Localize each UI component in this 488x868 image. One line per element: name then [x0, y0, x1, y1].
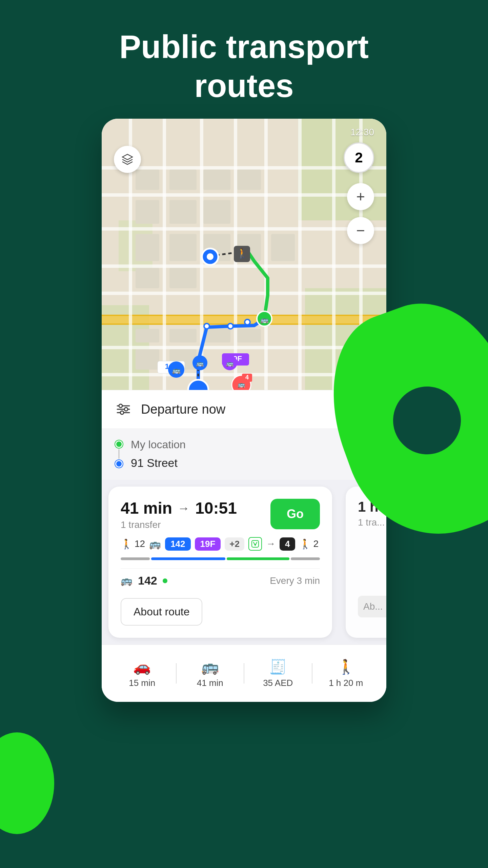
map-zoom-in-button[interactable]: + [347, 183, 374, 210]
decoration-blob-left [0, 732, 54, 834]
svg-point-72 [119, 404, 122, 408]
svg-rect-30 [136, 234, 159, 261]
location-labels: My location 91 Street [131, 438, 349, 470]
about-route-button[interactable]: About route [121, 598, 202, 626]
svg-point-45 [245, 319, 250, 325]
origin-dot [115, 440, 123, 448]
car-icon: 🚗 [133, 658, 151, 675]
nav-walk[interactable]: 🚶 1 h 20 m [312, 655, 380, 692]
walk-step-1: 🚶 12 [121, 538, 145, 550]
svg-rect-25 [203, 170, 230, 190]
svg-text:🚌: 🚌 [196, 360, 204, 367]
route-steps: 🚶 12 🚌 142 19F +2 → 4 🚶 [121, 537, 320, 551]
location-indicators [115, 440, 123, 468]
destination-label[interactable]: 91 Street [131, 456, 349, 470]
bus-badge-4: 4 [280, 537, 295, 551]
svg-rect-27 [136, 200, 159, 224]
walk-duration: 1 h 20 m [329, 678, 363, 688]
location-line [119, 449, 119, 459]
svg-rect-5 [102, 315, 386, 325]
arrow-step: → [266, 538, 276, 549]
transfer-info: 1 transfer [121, 519, 237, 530]
plus-badge: +2 [225, 537, 244, 551]
secondary-about: Ab... [358, 596, 386, 617]
svg-rect-29 [203, 200, 230, 224]
svg-point-44 [228, 323, 233, 329]
svg-point-49 [207, 253, 214, 260]
svg-point-43 [204, 323, 209, 329]
bus-badge-142: 142 [165, 537, 190, 551]
svg-point-74 [120, 411, 124, 414]
bus-icon-info: 🚌 [121, 575, 133, 586]
go-button[interactable]: Go [270, 499, 320, 529]
route-duration: 41 min → 10:51 [121, 499, 237, 517]
walk-nav-icon: 🚶 [337, 658, 355, 675]
bus-line-left: 🚌 142 [121, 574, 167, 587]
bus-badge-19f: 19F [195, 537, 221, 551]
svg-rect-21 [332, 119, 336, 390]
page-title: Public transport routes [14, 27, 474, 105]
taxi-cost: 35 AED [263, 678, 293, 688]
svg-rect-37 [136, 329, 159, 342]
svg-rect-12 [102, 292, 386, 295]
progress-bus-2 [227, 557, 289, 560]
svg-rect-26 [237, 170, 261, 190]
svg-text:4: 4 [245, 374, 249, 381]
route-progress-bar [121, 557, 320, 560]
map-route-count[interactable]: 2 [344, 142, 374, 173]
nav-taxi[interactable]: 🧾 35 AED [244, 655, 312, 692]
map-layers-button[interactable] [114, 146, 141, 173]
arrow-icon: → [178, 501, 190, 515]
walk-step-2: 🚶 2 [299, 538, 319, 550]
bus-status-dot [163, 578, 167, 583]
svg-rect-11 [102, 264, 386, 268]
arrival-time: 10:51 [195, 499, 237, 517]
route-cards-container: 41 min → 10:51 1 transfer Go 🚶 12 🚌 142 … [102, 480, 386, 645]
svg-rect-41 [136, 349, 159, 370]
bus-nav-icon: 🚌 [201, 658, 219, 675]
svg-rect-9 [102, 193, 386, 197]
svg-rect-16 [163, 119, 166, 390]
svg-text:🚌: 🚌 [172, 366, 181, 374]
filter-icon[interactable] [114, 400, 133, 419]
svg-rect-10 [102, 227, 386, 231]
walk-duration-2: 2 [313, 538, 319, 549]
map-zoom-out-button[interactable]: − [347, 217, 374, 244]
svg-rect-23 [136, 170, 159, 190]
svg-rect-40 [237, 329, 261, 342]
svg-rect-35 [136, 268, 159, 288]
bus-icon-step: 🚌 [149, 538, 161, 550]
nav-car[interactable]: 🚗 15 min [108, 655, 176, 692]
svg-text:🚌: 🚌 [226, 360, 234, 367]
svg-rect-34 [271, 234, 295, 261]
progress-walk-1 [121, 557, 150, 560]
svg-text:🚌: 🚌 [260, 316, 269, 324]
origin-label[interactable]: My location [131, 438, 349, 451]
progress-walk-2 [291, 557, 320, 560]
bus-number: 142 [138, 574, 157, 587]
bus-frequency: Every 3 min [270, 575, 320, 586]
svg-rect-20 [298, 119, 302, 390]
walk-icon-2: 🚶 [299, 538, 311, 550]
svg-rect-36 [169, 268, 197, 288]
destination-dot [115, 460, 123, 468]
route-top-row: 41 min → 10:51 1 transfer Go [121, 499, 320, 530]
svg-rect-6 [102, 315, 386, 316]
walk-icon-1: 🚶 [121, 538, 133, 550]
svg-rect-8 [102, 166, 386, 170]
nav-bus[interactable]: 🚌 41 min [177, 655, 244, 692]
bottom-navigation: 🚗 15 min 🚌 41 min 🧾 35 AED 🚶 1 h 20 m [102, 645, 386, 702]
departure-now-text[interactable]: Departure now [141, 402, 225, 417]
bus-duration: 41 min [197, 678, 223, 688]
progress-bus-1 [151, 557, 225, 560]
map-time: 12:30 [350, 127, 374, 138]
svg-text:🚌: 🚌 [238, 381, 245, 388]
svg-rect-31 [169, 234, 197, 261]
route-card-primary: 41 min → 10:51 1 transfer Go 🚶 12 🚌 142 … [108, 487, 332, 638]
walk-duration-1: 12 [135, 538, 145, 549]
page-header: Public transport routes [0, 0, 488, 119]
svg-rect-19 [264, 119, 268, 390]
metro-icon [248, 537, 262, 551]
taxi-icon: 🧾 [269, 658, 287, 675]
svg-text:🚶: 🚶 [236, 248, 248, 259]
